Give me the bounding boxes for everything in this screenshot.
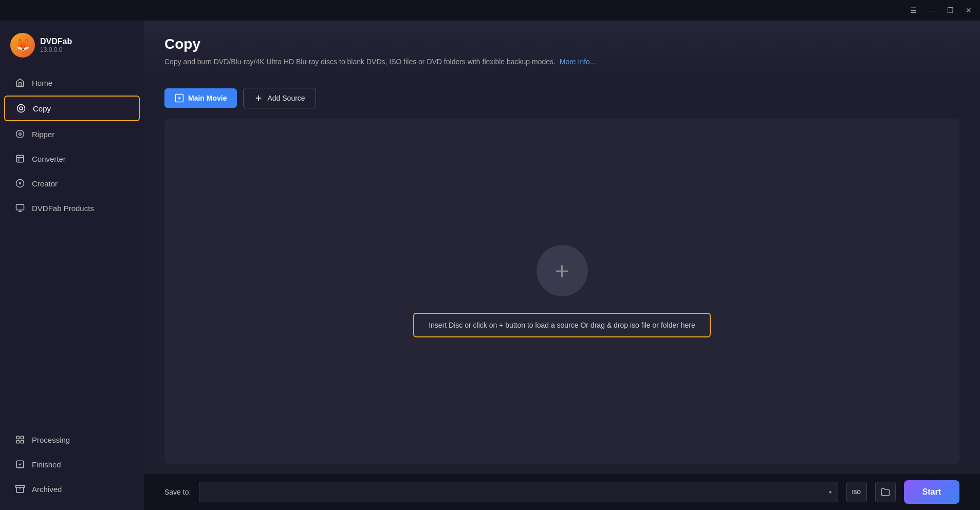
svg-point-0 — [17, 105, 25, 112]
archived-icon — [14, 483, 26, 495]
menu-button[interactable]: ☰ — [908, 5, 918, 15]
add-circle-button[interactable]: + — [537, 245, 588, 296]
plus-icon: + — [554, 257, 569, 285]
sidebar-item-ripper-label: Ripper — [32, 130, 54, 139]
sidebar-logo: 🦊 DVDFab 13.0.0.0 — [0, 29, 144, 70]
logo-version: 13.0.0.0 — [40, 46, 72, 53]
svg-rect-13 — [21, 436, 24, 439]
page-description: Copy and burn DVD/Blu-ray/4K Ultra HD Bl… — [164, 56, 959, 67]
sidebar-item-converter[interactable]: Converter — [4, 147, 140, 171]
ripper-icon — [14, 128, 26, 140]
sidebar-item-creator-label: Creator — [32, 179, 58, 188]
svg-point-7 — [16, 180, 24, 187]
svg-rect-17 — [16, 485, 25, 487]
bottom-bar: Save to: ISO Start — [144, 474, 980, 510]
svg-point-2 — [16, 130, 24, 138]
sidebar-item-dvdfab-products-label: DVDFab Products — [32, 204, 94, 213]
page-title: Copy — [164, 36, 959, 52]
sidebar-item-copy-label: Copy — [33, 104, 51, 113]
sidebar-item-copy[interactable]: Copy — [4, 96, 140, 121]
creator-icon — [14, 178, 26, 189]
minimize-icon: — — [928, 6, 935, 14]
logo-name: DVDFab — [40, 37, 72, 46]
sidebar-item-home[interactable]: Home — [4, 71, 140, 95]
close-button[interactable]: ✕ — [964, 5, 974, 15]
add-source-button[interactable]: Add Source — [243, 88, 316, 108]
save-to-select[interactable] — [199, 482, 838, 502]
main-content: Copy Copy and burn DVD/Blu-ray/4K Ultra … — [144, 21, 980, 510]
sidebar-item-archived-label: Archived — [32, 485, 62, 494]
sidebar-item-home-label: Home — [32, 79, 52, 87]
sidebar-item-processing[interactable]: Processing — [4, 428, 140, 451]
maximize-button[interactable]: ❐ — [945, 5, 955, 15]
sidebar-item-processing-label: Processing — [32, 436, 70, 444]
minimize-button[interactable]: — — [927, 5, 937, 15]
main-movie-icon — [175, 93, 184, 103]
menu-icon: ☰ — [910, 6, 917, 14]
content-header: Copy Copy and burn DVD/Blu-ray/4K Ultra … — [144, 21, 980, 78]
svg-rect-12 — [16, 436, 19, 439]
home-icon — [14, 77, 26, 88]
folder-button[interactable] — [875, 482, 896, 502]
sidebar-item-creator[interactable]: Creator — [4, 172, 140, 195]
sidebar-divider — [10, 412, 134, 412]
save-to-select-wrapper[interactable] — [199, 482, 838, 502]
logo-icon: 🦊 — [10, 33, 35, 58]
sidebar: 🦊 DVDFab 13.0.0.0 Home Copy — [0, 21, 144, 510]
sidebar-item-dvdfab-products[interactable]: DVDFab Products — [4, 196, 140, 220]
svg-rect-9 — [16, 204, 24, 210]
title-bar: ☰ — ❐ ✕ — [0, 0, 980, 21]
processing-icon — [14, 434, 26, 445]
start-button[interactable]: Start — [904, 480, 959, 504]
app-body: 🦊 DVDFab 13.0.0.0 Home Copy — [0, 21, 980, 510]
converter-icon — [14, 153, 26, 164]
copy-icon — [15, 103, 27, 114]
more-info-link[interactable]: More Info... — [560, 58, 596, 66]
drop-zone[interactable]: + Insert Disc or click on + button to lo… — [164, 119, 959, 464]
svg-rect-4 — [16, 155, 24, 162]
svg-rect-14 — [16, 441, 19, 443]
svg-point-3 — [19, 133, 22, 136]
products-icon — [14, 202, 26, 214]
sidebar-item-finished-label: Finished — [32, 460, 61, 469]
add-source-icon — [254, 93, 263, 103]
iso-icon: ISO — [852, 489, 861, 495]
folder-icon — [881, 487, 890, 497]
sidebar-item-ripper[interactable]: Ripper — [4, 122, 140, 146]
sidebar-item-archived[interactable]: Archived — [4, 477, 140, 501]
iso-button[interactable]: ISO — [846, 482, 867, 502]
save-to-label: Save to: — [164, 488, 191, 496]
finished-icon — [14, 459, 26, 470]
maximize-icon: ❐ — [947, 6, 954, 14]
logo-emoji: 🦊 — [16, 39, 30, 52]
logo-text: DVDFab 13.0.0.0 — [40, 37, 72, 53]
toolbar: Main Movie Add Source — [144, 78, 980, 108]
svg-rect-15 — [21, 441, 24, 443]
svg-point-1 — [20, 107, 23, 110]
sidebar-nav: Home Copy Ripper Conver — [0, 70, 144, 406]
main-movie-button[interactable]: Main Movie — [164, 88, 237, 108]
svg-marker-20 — [179, 97, 181, 100]
sidebar-item-converter-label: Converter — [32, 155, 66, 163]
sidebar-item-finished[interactable]: Finished — [4, 452, 140, 476]
drop-hint: Insert Disc or click on + button to load… — [413, 313, 711, 337]
close-icon: ✕ — [966, 6, 972, 14]
svg-point-8 — [20, 183, 21, 184]
sidebar-bottom-nav: Processing Finished Archived — [0, 427, 144, 502]
